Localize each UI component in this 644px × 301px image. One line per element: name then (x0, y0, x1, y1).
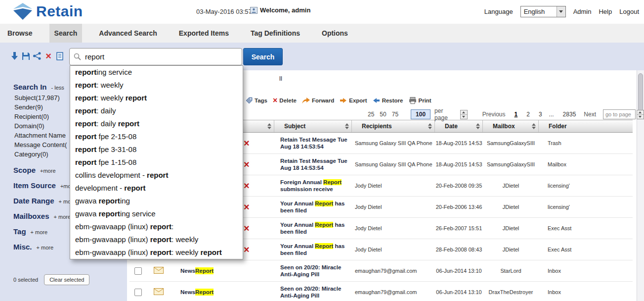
suggestion-item[interactable]: report fpe 2-15-08 (70, 130, 243, 143)
sort-icon[interactable] (267, 123, 271, 129)
page-ellipsis: ... (549, 111, 554, 118)
help-link[interactable]: Help (599, 8, 612, 15)
table-row[interactable]: News ReportSeen on 20/20: Miracle Anti-A… (129, 260, 633, 282)
stepper-up-icon[interactable] (461, 110, 467, 115)
column-header-subject[interactable]: Subject (274, 120, 352, 132)
report-doc-icon[interactable] (55, 51, 64, 61)
admin-link[interactable]: Admin (573, 8, 592, 15)
per-page-stepper[interactable] (460, 110, 468, 119)
page-size-current[interactable]: 100 (411, 109, 430, 119)
suggestion-item[interactable]: ebm-gwavaapp (linux) report: (70, 220, 243, 233)
sort-icon[interactable] (345, 123, 349, 129)
share-icon[interactable] (33, 51, 42, 61)
suggestion-item[interactable]: gwava reporting service (70, 207, 243, 220)
search-input[interactable] (84, 52, 242, 61)
suggestion-item[interactable]: collins development - report (70, 169, 243, 182)
goto-page-input[interactable] (603, 109, 636, 119)
cell-folder: Exec Asst (539, 225, 633, 232)
selected-count: 0 selected (13, 277, 38, 283)
suggestion-item[interactable]: gwava reporting (70, 195, 243, 207)
suggestion-item[interactable]: report: daily (70, 104, 243, 117)
suggestion-item[interactable]: report: daily report (70, 117, 243, 130)
search-button[interactable]: Search (243, 48, 283, 65)
column-header-mailbox[interactable]: Mailbox (483, 120, 539, 132)
sort-icon[interactable] (476, 123, 480, 129)
page-size-option[interactable]: 50 (380, 111, 386, 118)
suggestion-item[interactable]: report fpe 3-31-08 (70, 143, 243, 156)
sidebar-section-title: Tag (13, 227, 26, 236)
stepper-down-icon[interactable] (637, 115, 644, 119)
page-size-option[interactable]: 25 (368, 111, 374, 118)
sidebar-section-toggle[interactable]: +more (40, 168, 56, 174)
page-size-option[interactable]: 75 (392, 111, 398, 118)
row-checkbox[interactable] (134, 289, 142, 296)
tab-browse[interactable]: Browse (2, 24, 38, 43)
tab-advanced-search[interactable]: Advanced Search (94, 24, 162, 43)
suggestion-item[interactable]: development - report (70, 182, 243, 195)
logout-link[interactable]: Logout (619, 8, 639, 15)
stepper-up-icon[interactable] (637, 110, 644, 115)
datetime-text: 03-May-2016 03:57 (196, 8, 252, 15)
suggestion-item[interactable]: report: weekly report (70, 92, 243, 104)
cell-recipients: emaughan79@gmail.com (352, 289, 435, 296)
export-button[interactable]: Export (340, 98, 367, 103)
cell-recipients: emaughan79@gmail.com (352, 267, 435, 274)
suggestion-item[interactable]: reporting service (70, 66, 243, 79)
sidebar-section-toggle[interactable]: + more (31, 229, 48, 235)
top-bar: Retain 03-May-2016 03:57 Welcome, admin … (0, 0, 644, 24)
next-page-button[interactable]: Next (584, 111, 596, 118)
cell-date: 18-Aug-2015 14:53 (435, 161, 483, 168)
deleted-x-icon: × (244, 245, 250, 254)
cell-from: News Report (171, 260, 274, 281)
sidebar-section-toggle[interactable]: - less (51, 85, 64, 91)
envelope-icon (154, 288, 164, 297)
restore-button[interactable]: Restore (373, 98, 403, 103)
column-header-folder[interactable]: Folder (539, 120, 633, 132)
delete-icon[interactable]: × (44, 51, 53, 61)
logo[interactable]: Retain (13, 2, 83, 20)
tab-tag-definitions[interactable]: Tag Definitions (246, 24, 305, 43)
sort-icon[interactable] (428, 123, 432, 129)
column-header-date[interactable]: Date (435, 120, 483, 132)
cell-folder: Trash (539, 140, 633, 147)
page-number-last[interactable]: 2835 (563, 111, 576, 118)
delete-button[interactable]: × Delete (273, 97, 297, 104)
sidebar-section-toggle[interactable]: + more (37, 245, 54, 251)
sort-icon[interactable] (532, 123, 536, 129)
page-number[interactable]: 2 (526, 111, 530, 118)
tab-options[interactable]: Options (317, 24, 353, 43)
suggestion-item[interactable]: ebm-gwavaapp (linux) report: weekly repo… (70, 246, 243, 259)
export-arrow-icon (340, 98, 347, 103)
forward-arrow-icon (302, 98, 310, 104)
column-header-recipients[interactable]: Recipients (352, 120, 435, 132)
page-number[interactable]: 3 (539, 111, 542, 118)
suggestion-item[interactable]: report fpe 1-15-08 (70, 156, 243, 169)
tags-button[interactable]: Tags (246, 97, 267, 104)
printer-icon (409, 97, 417, 104)
chevron-down-icon (557, 6, 565, 17)
page-number-current[interactable]: 1 (515, 111, 518, 118)
previous-page-button[interactable]: Previous (482, 111, 506, 118)
suggestion-item[interactable]: report: weekly (70, 79, 243, 92)
tab-exported-items[interactable]: Exported Items (174, 24, 234, 43)
table-row[interactable]: News ReportSeen on 20/20: Miracle Anti-A… (129, 282, 633, 301)
clear-selected-button[interactable]: Clear selected (44, 274, 89, 285)
stepper-down-icon[interactable] (461, 115, 467, 119)
welcome-area: Welcome, admin (250, 6, 310, 14)
cell-subject: Your Annual Report has been filed (274, 243, 352, 256)
sidebar-section-toggle[interactable]: + more (54, 214, 71, 220)
vertical-scrollbar[interactable] (637, 70, 644, 301)
save-icon[interactable] (21, 51, 30, 61)
download-icon[interactable] (10, 51, 19, 61)
results-actions: Tags × Delete Forward Export Restore Pri… (246, 97, 437, 104)
suggestion-item[interactable]: ebm-gwavaapp (linux) report: weekly (70, 233, 243, 246)
cell-subject: Seen on 20/20: Miracle Anti-Aging Pill (274, 264, 352, 278)
tab-search[interactable]: Search (49, 24, 83, 43)
row-checkbox[interactable] (134, 267, 142, 275)
goto-page-stepper[interactable] (637, 110, 644, 119)
print-button[interactable]: Print (409, 97, 431, 104)
truncated-select-text[interactable]: ll (279, 75, 282, 82)
language-select[interactable]: English (520, 6, 566, 17)
forward-button[interactable]: Forward (302, 98, 334, 104)
cell-recipients: Jody Dietel (352, 203, 435, 210)
